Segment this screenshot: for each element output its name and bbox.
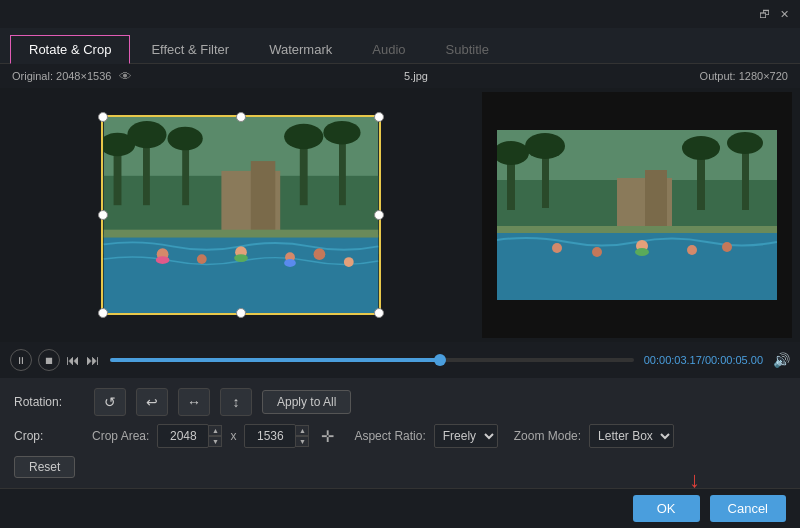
svg-rect-35 bbox=[497, 230, 777, 300]
crop-height-down[interactable]: ▼ bbox=[295, 436, 309, 447]
svg-point-42 bbox=[687, 245, 697, 255]
controls-section: Rotation: ↺ ↩ ↔ ↕ Apply to All Crop: Cro… bbox=[0, 378, 800, 488]
svg-rect-14 bbox=[251, 161, 275, 235]
svg-rect-15 bbox=[104, 230, 378, 238]
stop-button[interactable]: ⏹ bbox=[38, 349, 60, 371]
aspect-ratio-label: Aspect Ratio: bbox=[354, 429, 425, 443]
svg-point-20 bbox=[314, 248, 326, 260]
pause-button[interactable]: ⏸ bbox=[10, 349, 32, 371]
x-divider: x bbox=[230, 429, 236, 443]
video-section: Original: 2048×1536 👁 5.jpg Output: 1280… bbox=[0, 64, 800, 378]
time-display: 00:00:03.17/00:00:05.00 bbox=[644, 354, 763, 366]
rotate-cw-button[interactable]: ↩ bbox=[136, 388, 168, 416]
svg-point-11 bbox=[323, 121, 360, 145]
tab-audio[interactable]: Audio bbox=[353, 35, 424, 64]
svg-point-40 bbox=[592, 247, 602, 257]
svg-point-5 bbox=[127, 121, 166, 148]
filename: 5.jpg bbox=[404, 70, 428, 82]
reset-row: Reset bbox=[14, 456, 786, 478]
zoom-mode-select[interactable]: Letter Box bbox=[589, 424, 674, 448]
main-area: Original: 2048×1536 👁 5.jpg Output: 1280… bbox=[0, 64, 800, 528]
ok-arrow-indicator: ↓ bbox=[689, 467, 700, 493]
svg-point-21 bbox=[344, 257, 354, 267]
preview-area bbox=[0, 88, 800, 342]
minimize-button[interactable]: 🗗 bbox=[756, 6, 772, 22]
volume-icon[interactable]: 🔊 bbox=[773, 352, 790, 368]
rotation-row: Rotation: ↺ ↩ ↔ ↕ Apply to All bbox=[14, 388, 786, 416]
svg-rect-38 bbox=[497, 226, 777, 233]
svg-point-17 bbox=[197, 254, 207, 264]
crop-crosshair-icon: ✛ bbox=[321, 427, 334, 446]
close-button[interactable]: ✕ bbox=[776, 6, 792, 22]
svg-point-23 bbox=[234, 254, 248, 262]
crop-row: Crop: Crop Area: ▲ ▼ x ▲ ▼ ✛ Aspect Rati… bbox=[14, 424, 786, 448]
output-size: Output: 1280×720 bbox=[700, 70, 788, 82]
svg-point-30 bbox=[525, 133, 565, 159]
svg-point-22 bbox=[156, 256, 170, 264]
svg-point-7 bbox=[168, 127, 203, 151]
next-frame-button[interactable]: ⏭ bbox=[86, 352, 100, 368]
crop-width-input[interactable] bbox=[157, 424, 209, 448]
svg-point-34 bbox=[727, 132, 763, 154]
footer: ↓ OK Cancel bbox=[0, 488, 800, 528]
svg-point-43 bbox=[722, 242, 732, 252]
crop-height-up[interactable]: ▲ bbox=[295, 425, 309, 436]
title-bar: 🗗 ✕ bbox=[0, 0, 800, 28]
tabs-bar: → Rotate & Crop Effect & Filter Watermar… bbox=[0, 28, 800, 64]
tab-subtitle[interactable]: Subtitle bbox=[427, 35, 508, 64]
preview-right bbox=[482, 92, 792, 338]
right-preview-image bbox=[497, 130, 777, 300]
left-preview-image bbox=[101, 115, 381, 315]
eye-icon[interactable]: 👁 bbox=[119, 69, 132, 84]
svg-point-44 bbox=[635, 248, 649, 256]
preview-left bbox=[8, 92, 474, 338]
svg-rect-33 bbox=[742, 145, 749, 210]
aspect-ratio-select[interactable]: Freely bbox=[434, 424, 498, 448]
playback-bar: ⏸ ⏹ ⏮ ⏭ 00:00:03.17/00:00:05.00 🔊 bbox=[0, 342, 800, 378]
timeline-track[interactable] bbox=[110, 358, 634, 362]
crop-width-down[interactable]: ▼ bbox=[208, 436, 222, 447]
apply-to-all-button[interactable]: Apply to All bbox=[262, 390, 351, 414]
timeline-fill bbox=[110, 358, 440, 362]
crop-height-input[interactable] bbox=[244, 424, 296, 448]
flip-v-button[interactable]: ↕ bbox=[220, 388, 252, 416]
zoom-mode-label: Zoom Mode: bbox=[514, 429, 581, 443]
svg-rect-6 bbox=[182, 142, 189, 206]
svg-point-39 bbox=[552, 243, 562, 253]
crop-height-spinner: ▲ ▼ bbox=[244, 424, 309, 448]
svg-rect-10 bbox=[339, 135, 346, 206]
tab-watermark[interactable]: Watermark bbox=[250, 35, 351, 64]
rotation-label: Rotation: bbox=[14, 395, 84, 409]
crop-height-arrows: ▲ ▼ bbox=[295, 425, 309, 447]
crop-width-arrows: ▲ ▼ bbox=[208, 425, 222, 447]
prev-frame-button[interactable]: ⏮ bbox=[66, 352, 80, 368]
info-left: Original: 2048×1536 👁 bbox=[12, 69, 132, 84]
original-size: Original: 2048×1536 bbox=[12, 70, 111, 82]
info-bar: Original: 2048×1536 👁 5.jpg Output: 1280… bbox=[0, 64, 800, 88]
svg-point-32 bbox=[682, 136, 720, 160]
crop-width-spinner: ▲ ▼ bbox=[157, 424, 222, 448]
reset-button[interactable]: Reset bbox=[14, 456, 75, 478]
tab-rotate-crop[interactable]: Rotate & Crop bbox=[10, 35, 130, 64]
cancel-button[interactable]: Cancel bbox=[710, 495, 786, 522]
svg-point-24 bbox=[284, 259, 296, 267]
svg-point-9 bbox=[284, 124, 323, 149]
crop-area-label: Crop Area: bbox=[92, 429, 149, 443]
tab-effect-filter[interactable]: Effect & Filter bbox=[132, 35, 248, 64]
flip-h-button[interactable]: ↔ bbox=[178, 388, 210, 416]
crop-label: Crop: bbox=[14, 429, 84, 443]
timeline-thumb[interactable] bbox=[434, 354, 446, 366]
crop-width-up[interactable]: ▲ bbox=[208, 425, 222, 436]
rotate-ccw-button[interactable]: ↺ bbox=[94, 388, 126, 416]
ok-button[interactable]: OK bbox=[633, 495, 700, 522]
svg-rect-37 bbox=[645, 170, 667, 233]
